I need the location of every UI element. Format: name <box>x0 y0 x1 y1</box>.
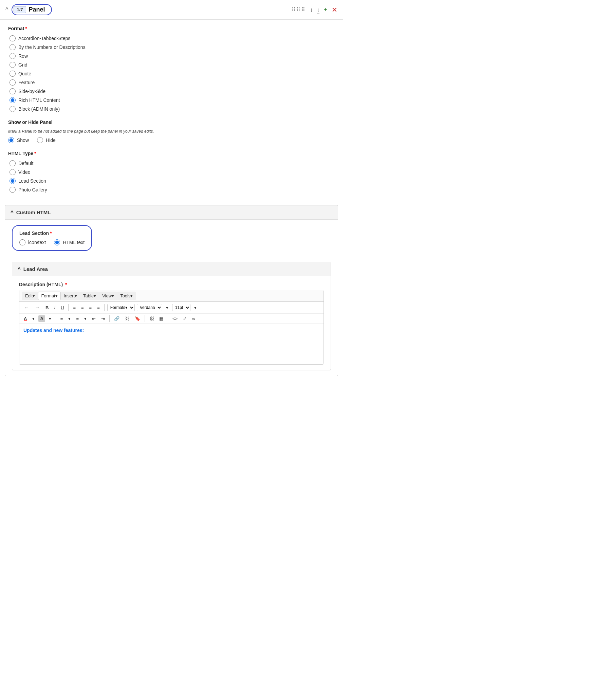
bold-button[interactable]: B <box>44 305 50 311</box>
custom-html-accordion-header[interactable]: ^ Custom HTML <box>5 205 338 219</box>
lead-section-radio-group: icon/text HTML text <box>19 239 85 245</box>
hide-radio[interactable] <box>37 137 43 143</box>
font-size-select[interactable]: 11pt <box>172 304 190 311</box>
bg-color-dropdown[interactable]: ▾ <box>47 315 53 322</box>
htmltype-label-leadsection: Lead Section <box>18 178 46 184</box>
formats-select[interactable]: Formats▾ <box>107 304 135 311</box>
format-option-quote[interactable]: Quote <box>10 71 335 77</box>
collapse-button[interactable]: ^ <box>5 6 8 13</box>
show-option[interactable]: Show <box>8 137 29 143</box>
show-hide-label: Show or Hide Panel <box>8 119 335 125</box>
lead-area-content: Description (HTML) * Edit▾ Format▾ Inser… <box>12 276 331 370</box>
format-radio-grid[interactable] <box>10 62 16 68</box>
font-select[interactable]: Verdana <box>137 304 162 311</box>
format-option-richhtml[interactable]: Rich HTML Content <box>10 97 335 103</box>
format-option-sidebyside[interactable]: Side-by-Side <box>10 88 335 94</box>
description-label: Description (HTML) * <box>19 282 324 287</box>
unlink-button[interactable]: ⛓ <box>123 315 131 322</box>
editor-menu-insert[interactable]: Insert▾ <box>61 292 80 300</box>
editor-menu-view[interactable]: View▾ <box>99 292 117 300</box>
ls-htmltext-option[interactable]: HTML text <box>54 239 85 245</box>
format-radio-accordion[interactable] <box>10 35 16 41</box>
format-label-sidebyside: Side-by-Side <box>18 89 45 94</box>
align-justify-button[interactable]: ≡ <box>95 305 102 311</box>
ls-label-htmltext: HTML text <box>63 240 85 245</box>
format-radio-richhtml[interactable] <box>10 97 16 103</box>
underline-button[interactable]: U <box>59 305 66 311</box>
htmltype-photogallery[interactable]: Photo Gallery <box>10 187 335 193</box>
format-radio-numbers[interactable] <box>10 44 16 50</box>
ls-radio-htmltext[interactable] <box>54 239 60 245</box>
format-radio-quote[interactable] <box>10 71 16 77</box>
format-option-accordion[interactable]: Accordion-Tabbed-Steps <box>10 35 335 41</box>
anchor-button[interactable]: 🔖 <box>133 315 142 322</box>
media-button[interactable]: ▦ <box>158 315 165 322</box>
panel-title-text: Panel <box>29 6 45 13</box>
format-radio-row[interactable] <box>10 53 16 59</box>
image-button[interactable]: 🖼 <box>148 315 155 322</box>
font-color-dropdown[interactable]: ▾ <box>31 315 36 322</box>
italic-button[interactable]: I <box>52 305 57 311</box>
editor-menu-edit[interactable]: Edit▾ <box>22 292 38 300</box>
editor-menu-format[interactable]: Format▾ <box>38 292 60 300</box>
lead-area-header[interactable]: ^ Lead Area <box>12 262 331 276</box>
toolbar-separator-4 <box>109 315 110 322</box>
add-panel-icon[interactable]: + <box>324 6 328 14</box>
htmltype-radio-photogallery[interactable] <box>10 187 16 193</box>
format-option-block[interactable]: Block (ADMIN only) <box>10 106 335 112</box>
editor-content-area[interactable]: Updates and new features: <box>19 324 324 364</box>
hide-option[interactable]: Hide <box>37 137 56 143</box>
htmltype-leadsection[interactable]: Lead Section <box>10 178 335 184</box>
format-radio-feature[interactable] <box>10 79 16 86</box>
format-option-row[interactable]: Row <box>10 53 335 59</box>
html-editor: Edit▾ Format▾ Insert▾ Table▾ View▾ Tools… <box>19 290 324 365</box>
link-button[interactable]: 🔗 <box>112 315 121 322</box>
lead-area-accordion: ^ Lead Area Description (HTML) * Edit▾ F… <box>12 262 331 370</box>
format-label-block: Block (ADMIN only) <box>18 106 60 112</box>
format-option-grid[interactable]: Grid <box>10 62 335 68</box>
align-center-button[interactable]: ≡ <box>79 305 86 311</box>
code-button[interactable]: <> <box>171 315 179 322</box>
undo-button[interactable]: ← <box>22 304 31 311</box>
font-size-dropdown-arrow[interactable]: ▾ <box>192 305 198 311</box>
bullet-list-button[interactable]: ≡ <box>59 315 65 322</box>
format-radio-block[interactable] <box>10 106 16 112</box>
move-to-bottom-icon[interactable]: ↓ <box>317 7 319 13</box>
numbered-dropdown[interactable]: ▾ <box>82 315 88 322</box>
htmltype-radio-video[interactable] <box>10 169 16 175</box>
indent-button[interactable]: ⇥ <box>99 315 107 322</box>
show-hide-radio-group: Show Hide <box>8 137 335 143</box>
format-option-numbers[interactable]: By the Numbers or Descriptions <box>10 44 335 50</box>
htmltype-label-video: Video <box>18 169 31 175</box>
ls-radio-icontext[interactable] <box>19 239 25 245</box>
numbered-list-button[interactable]: ≡ <box>74 315 80 322</box>
close-panel-icon[interactable]: ✕ <box>332 6 337 14</box>
show-radio[interactable] <box>8 137 14 143</box>
format-label-grid: Grid <box>18 62 27 68</box>
format-label-numbers: By the Numbers or Descriptions <box>18 44 86 50</box>
move-down-icon[interactable]: ↓ <box>310 7 313 13</box>
bullet-dropdown[interactable]: ▾ <box>67 315 72 322</box>
align-right-button[interactable]: ≡ <box>88 305 94 311</box>
infinity-button[interactable]: ∞ <box>190 315 197 322</box>
drag-handle-icon[interactable]: ⠿⠿⠿ <box>292 6 306 13</box>
htmltype-video[interactable]: Video <box>10 169 335 175</box>
editor-menu-tools[interactable]: Tools▾ <box>117 292 136 300</box>
ls-icontext-option[interactable]: icon/text <box>19 239 46 245</box>
editor-menu-table[interactable]: Table▾ <box>80 292 99 300</box>
font-color-button[interactable]: A <box>22 315 29 322</box>
align-left-button[interactable]: ≡ <box>71 305 77 311</box>
format-option-feature[interactable]: Feature <box>10 79 335 86</box>
format-radio-sidebyside[interactable] <box>10 88 16 94</box>
toolbar-separator-1 <box>68 304 69 311</box>
htmltype-default[interactable]: Default <box>10 160 335 166</box>
outdent-button[interactable]: ⇤ <box>90 315 97 322</box>
htmltype-radio-leadsection[interactable] <box>10 178 16 184</box>
ls-label-icontext: icon/text <box>28 240 46 245</box>
htmltype-radio-default[interactable] <box>10 160 16 166</box>
redo-button[interactable]: → <box>33 304 42 311</box>
fullscreen-button[interactable]: ⤢ <box>181 315 188 322</box>
show-hide-description: Mark a Panel to be not added to the page… <box>8 129 335 134</box>
font-dropdown-arrow[interactable]: ▾ <box>164 305 170 311</box>
bg-color-button[interactable]: A <box>38 315 45 322</box>
